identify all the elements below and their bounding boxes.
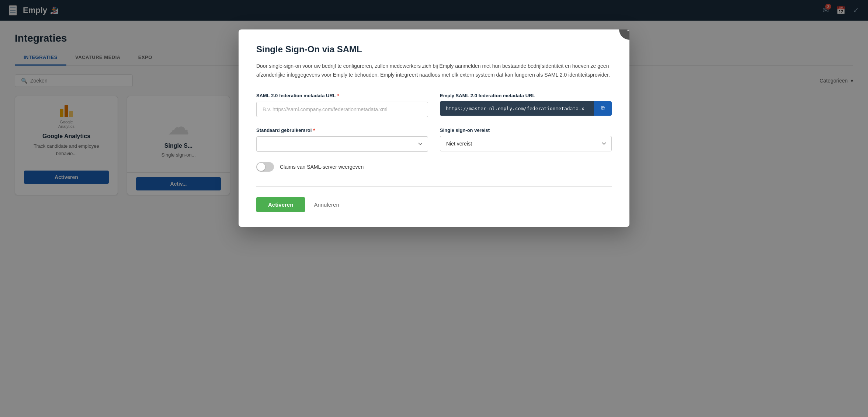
- toggle-label: Claims van SAML-server weergeven: [280, 164, 364, 170]
- modal-footer: Activeren Annuleren: [256, 186, 612, 212]
- sso-required-group: Single sign-on vereist Niet vereist: [440, 127, 612, 152]
- form-row-selects: Standaard gebruikersrol * Single sign-on…: [256, 127, 612, 152]
- saml-url-input[interactable]: [256, 102, 428, 117]
- close-modal-button[interactable]: ✕: [619, 29, 629, 40]
- claims-toggle[interactable]: [256, 162, 274, 172]
- modal-description: Door single-sign-on voor uw bedrijf te c…: [256, 62, 612, 80]
- saml-url-label: SAML 2.0 federation metadata URL *: [256, 93, 428, 99]
- user-role-group: Standaard gebruikersrol *: [256, 127, 428, 152]
- emply-url-display: https://master-nl.emply.com/federationme…: [440, 101, 612, 116]
- modal-cancel-button[interactable]: Annuleren: [314, 197, 339, 212]
- copy-url-button[interactable]: ⧉: [594, 101, 612, 116]
- required-star-role: *: [313, 127, 315, 133]
- toggle-knob: [257, 163, 265, 171]
- toggle-row: Claims van SAML-server weergeven: [256, 162, 612, 172]
- saml-url-group: SAML 2.0 federation metadata URL *: [256, 93, 428, 117]
- form-row-urls: SAML 2.0 federation metadata URL * Emply…: [256, 93, 612, 117]
- modal-title: Single Sign-On via SAML: [256, 44, 612, 55]
- emply-url-value: https://master-nl.emply.com/federationme…: [440, 101, 594, 116]
- modal-overlay: ✕ Single Sign-On via SAML Door single-si…: [0, 0, 868, 417]
- emply-url-label: Emply SAML 2.0 federation metadata URL: [440, 93, 612, 98]
- saml-modal: ✕ Single Sign-On via SAML Door single-si…: [239, 29, 629, 227]
- required-star-saml: *: [337, 93, 339, 99]
- sso-required-label: Single sign-on vereist: [440, 127, 612, 133]
- copy-icon: ⧉: [601, 105, 605, 112]
- user-role-select[interactable]: [256, 136, 428, 152]
- modal-activate-button[interactable]: Activeren: [256, 197, 305, 212]
- sso-required-select[interactable]: Niet vereist: [440, 136, 612, 151]
- user-role-label: Standaard gebruikersrol *: [256, 127, 428, 133]
- emply-url-group: Emply SAML 2.0 federation metadata URL h…: [440, 93, 612, 117]
